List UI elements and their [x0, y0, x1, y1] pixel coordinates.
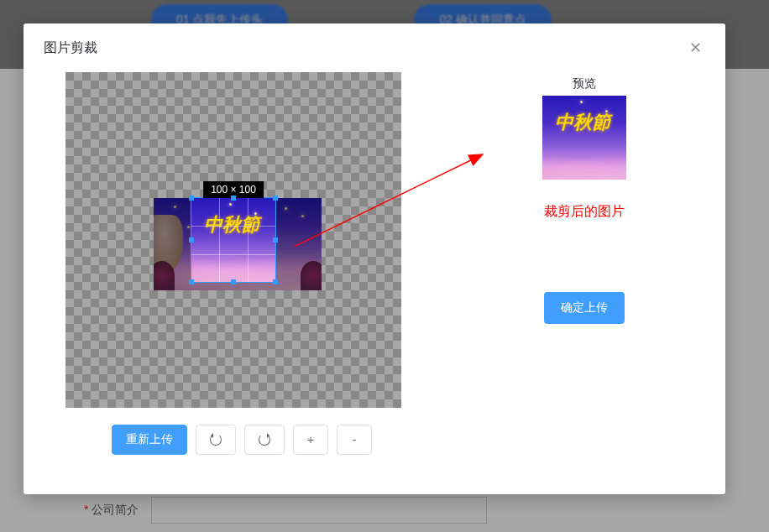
close-icon[interactable]: ✕ — [686, 37, 705, 59]
preview-image: 中秋節 — [542, 96, 626, 180]
modal-title: 图片剪裁 — [44, 39, 97, 57]
modal-header: 图片剪裁 ✕ — [24, 23, 725, 72]
crop-handle-s[interactable] — [231, 279, 236, 284]
preview-label: 预览 — [573, 76, 596, 91]
crop-handle-ne[interactable] — [273, 196, 278, 201]
crop-selection-box[interactable]: 100 × 100 中秋節 — [191, 198, 275, 282]
rotate-ccw-icon — [210, 434, 222, 446]
reupload-button[interactable]: 重新上传 — [112, 425, 187, 455]
crop-handle-n[interactable] — [231, 196, 236, 201]
annotation-text: 裁剪后的图片 — [544, 203, 625, 221]
confirm-upload-button[interactable]: 确定上传 — [544, 292, 625, 324]
zoom-in-button[interactable]: + — [293, 425, 328, 455]
zoom-out-button[interactable]: - — [337, 425, 372, 455]
crop-handle-nw[interactable] — [189, 196, 194, 201]
image-crop-modal: 图片剪裁 ✕ 中秋節 — [24, 23, 725, 494]
crop-handle-sw[interactable] — [189, 279, 194, 284]
rotate-ccw-button[interactable] — [196, 425, 236, 455]
crop-handle-w[interactable] — [189, 237, 194, 243]
crop-handle-e[interactable] — [273, 237, 278, 243]
rotate-cw-button[interactable] — [244, 425, 285, 455]
crop-canvas[interactable]: 中秋節 100 × 100 — [65, 72, 401, 408]
crop-handle-se[interactable] — [273, 279, 278, 284]
rotate-cw-icon — [259, 434, 270, 446]
crop-toolbar: 重新上传 + - — [65, 425, 683, 455]
